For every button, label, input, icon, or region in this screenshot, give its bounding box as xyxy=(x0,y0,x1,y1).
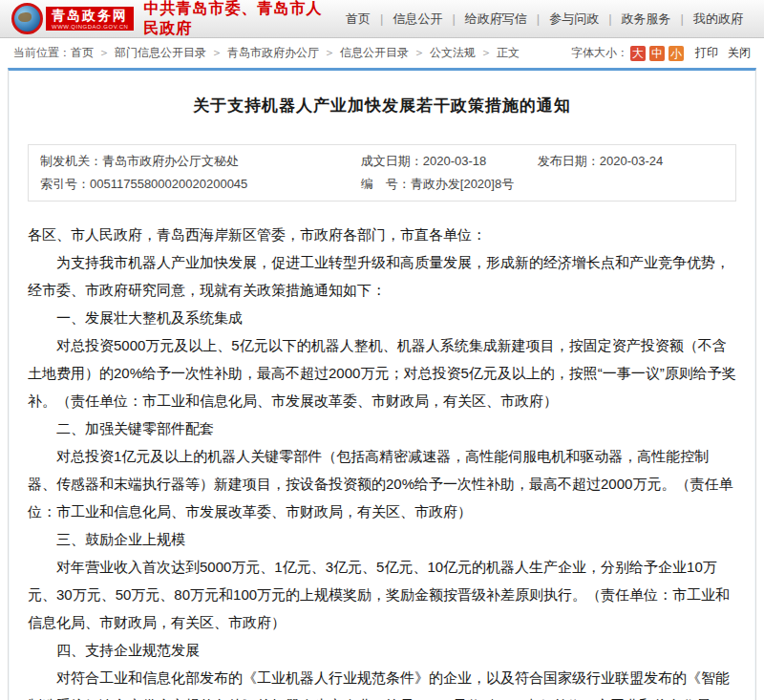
meta-written-date-value: 2020-03-18 xyxy=(423,154,487,168)
breadcrumb-item-regulations[interactable]: 公文法规 xyxy=(430,45,476,61)
site-logo[interactable]: 青岛政务网 WWW.QINGDAO.GOV.CN 中共青岛市委、青岛市人民政府 xyxy=(11,0,336,39)
article-meta-box: 制发机关：青岛市政府办公厅文秘处 成文日期：2020-03-18 发布日期：20… xyxy=(28,144,736,202)
nav-item-info-disclosure[interactable]: 信息公开 xyxy=(383,11,452,28)
meta-issuer-label: 制发机关： xyxy=(40,154,102,168)
meta-issuer: 制发机关：青岛市政府办公厅文秘处 xyxy=(29,150,361,173)
meta-row: 制发机关：青岛市政府办公厅文秘处 成文日期：2020-03-18 发布日期：20… xyxy=(29,150,735,173)
close-button[interactable]: 关闭 xyxy=(728,45,751,61)
article-section-heading-2: 二、加强关键零部件配套 xyxy=(28,414,736,442)
nav-item-participation[interactable]: 参与问政 xyxy=(540,11,608,28)
meta-index-label: 索引号： xyxy=(40,177,90,191)
meta-doc-no: 编 号：青政办发[2020]8号 xyxy=(361,173,538,196)
article-paragraph: 对符合工业和信息化部发布的《工业机器人行业规范条件》的企业，以及符合国家级行业联… xyxy=(28,664,736,700)
logo-site-url: WWW.QINGDAO.GOV.CN xyxy=(52,24,128,30)
meta-publish-date-value: 2020-03-24 xyxy=(600,154,664,168)
print-button[interactable]: 打印 xyxy=(695,45,718,61)
breadcrumb-item-dept-directory[interactable]: 部门信息公开目录 xyxy=(115,45,206,61)
logo-banner: 青岛政务网 WWW.QINGDAO.GOV.CN xyxy=(46,7,134,31)
breadcrumb-separator: ＞ xyxy=(211,45,223,61)
article-container: 关于支持机器人产业加快发展若干政策措施的通知 制发机关：青岛市政府办公厅文秘处 … xyxy=(8,68,756,700)
nav-item-my-gov[interactable]: 我的政府 xyxy=(684,11,753,28)
meta-row: 索引号：00511755800020020200045 编 号：青政办发[202… xyxy=(29,173,735,196)
meta-doc-no-label: 编 号： xyxy=(361,177,411,191)
org-title: 中共青岛市委、青岛市人民政府 xyxy=(143,0,336,39)
breadcrumb: 当前位置： 首页 ＞ 部门信息公开目录 ＞ 青岛市政府办公厅 ＞ 信息公开目录 … xyxy=(13,45,520,61)
article-body: 各区、市人民政府，青岛西海岸新区管委，市政府各部门，市直各单位： 为支持我市机器… xyxy=(9,202,755,700)
article-paragraph: 对总投资5000万元及以上、5亿元以下的机器人整机、机器人系统集成新建项目，按固… xyxy=(28,331,736,414)
article-section-heading-3: 三、鼓励企业上规模 xyxy=(28,525,736,553)
article-title: 关于支持机器人产业加快发展若干政策措施的通知 xyxy=(37,95,727,117)
meta-index-value: 00511755800020020200045 xyxy=(90,177,247,191)
meta-publish-date-label: 发布日期： xyxy=(538,154,600,168)
meta-index: 索引号：00511755800020020200045 xyxy=(29,173,361,196)
nav-item-services[interactable]: 政务服务 xyxy=(612,11,681,28)
breadcrumb-item-current: 正文 xyxy=(497,45,520,61)
breadcrumb-separator: ＞ xyxy=(324,45,335,61)
nav-item-write-to-gov[interactable]: 给政府写信 xyxy=(456,11,537,28)
breadcrumb-separator: ＞ xyxy=(480,45,492,61)
breadcrumb-label: 当前位置： xyxy=(13,45,71,61)
article-section-heading-1: 一、发展壮大整机及系统集成 xyxy=(28,304,736,331)
meta-written-date: 成文日期：2020-03-18 xyxy=(361,150,538,173)
breadcrumb-separator: ＞ xyxy=(98,45,110,61)
top-nav: 首页 | 信息公开 | 给政府写信 | 参与问政 | 政务服务 | 我的政府 xyxy=(336,11,753,28)
globe-icon xyxy=(11,3,43,34)
article-paragraph: 对年营业收入首次达到5000万元、1亿元、3亿元、5亿元、10亿元的机器人生产企… xyxy=(28,553,736,636)
article-paragraph: 对总投资1亿元及以上的机器人关键零部件（包括高精密减速器，高性能伺服电机和驱动器… xyxy=(28,442,736,525)
font-size-medium-button[interactable]: 中 xyxy=(649,46,665,61)
breadcrumb-separator: ＞ xyxy=(414,45,425,61)
font-size-small-button[interactable]: 小 xyxy=(668,46,684,61)
page-toolbar: 字体大小： 大 中 小 打印 关闭 xyxy=(571,45,751,61)
article-paragraph: 为支持我市机器人产业加快发展，促进工业转型升级和高质量发展，形成新的经济增长点和… xyxy=(28,248,736,304)
article-paragraph-salutation: 各区、市人民政府，青岛西海岸新区管委，市政府各部门，市直各单位： xyxy=(28,221,736,248)
meta-written-date-label: 成文日期： xyxy=(361,154,423,168)
breadcrumb-item-gov-office[interactable]: 青岛市政府办公厅 xyxy=(227,45,319,61)
font-size-label: 字体大小： xyxy=(571,45,628,61)
meta-doc-no-value: 青政办发[2020]8号 xyxy=(411,177,514,191)
breadcrumb-item-home[interactable]: 首页 xyxy=(71,45,94,61)
top-header: 青岛政务网 WWW.QINGDAO.GOV.CN 中共青岛市委、青岛市人民政府 … xyxy=(0,0,764,38)
breadcrumb-row: 当前位置： 首页 ＞ 部门信息公开目录 ＞ 青岛市政府办公厅 ＞ 信息公开目录 … xyxy=(0,38,764,68)
font-size-large-button[interactable]: 大 xyxy=(630,46,646,61)
logo-site-name: 青岛政务网 xyxy=(52,9,128,22)
meta-spacer xyxy=(538,173,735,196)
article-section-heading-4: 四、支持企业规范发展 xyxy=(28,636,736,664)
nav-item-home[interactable]: 首页 xyxy=(336,11,380,28)
meta-issuer-value: 青岛市政府办公厅文秘处 xyxy=(102,154,239,168)
meta-publish-date: 发布日期：2020-03-24 xyxy=(538,150,735,173)
breadcrumb-item-info-directory[interactable]: 信息公开目录 xyxy=(340,45,409,61)
